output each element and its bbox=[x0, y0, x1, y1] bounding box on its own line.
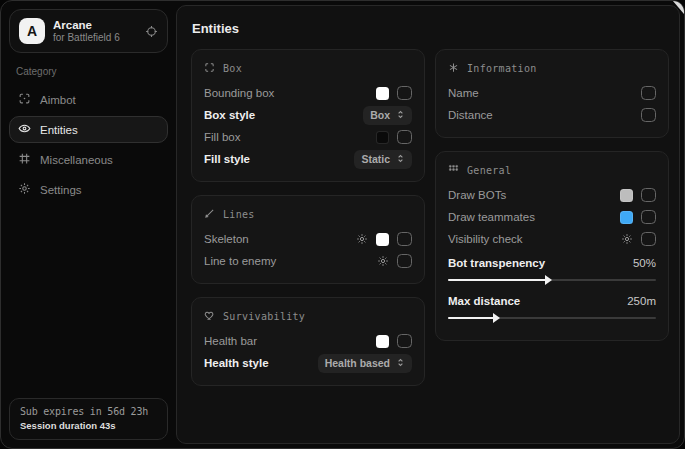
panel-title: Box bbox=[223, 63, 242, 74]
asterisk-icon bbox=[448, 62, 459, 75]
app-name: Arcane bbox=[53, 19, 120, 31]
box-brackets-icon bbox=[204, 62, 215, 75]
sidebar-item-label: Settings bbox=[40, 184, 82, 196]
name-checkbox[interactable] bbox=[641, 86, 656, 100]
subscription-footer: Sub expires in 56d 23h Session duration … bbox=[9, 398, 168, 440]
row-box-style: Box style Box bbox=[204, 104, 412, 126]
row-fill-box: Fill box bbox=[204, 126, 412, 148]
sidebar-item-label: Aimbot bbox=[40, 94, 76, 106]
row-label: Name bbox=[448, 87, 479, 99]
sidebar-item-aimbot[interactable]: Aimbot bbox=[9, 86, 168, 113]
bot-transparency-slider-group: Bot transpenency 50% bbox=[448, 253, 656, 284]
health-bar-checkbox[interactable] bbox=[397, 334, 412, 348]
crosshair-icon[interactable] bbox=[145, 25, 158, 38]
row-bounding-box: Bounding box bbox=[204, 82, 412, 104]
row-draw-teammates: Draw teammates bbox=[448, 206, 656, 228]
category-label: Category bbox=[16, 66, 161, 77]
max-distance-slider[interactable] bbox=[448, 314, 656, 322]
slider-thumb[interactable] bbox=[493, 313, 500, 323]
page-title: Entities bbox=[192, 21, 669, 36]
distance-checkbox[interactable] bbox=[641, 108, 656, 122]
left-column: Box Bounding box Box style Box bbox=[191, 49, 425, 386]
row-draw-bots: Draw BOTs bbox=[448, 184, 656, 206]
row-line-to-enemy: Line to enemy bbox=[204, 250, 412, 272]
sidebar-item-label: Entities bbox=[40, 124, 78, 136]
color-swatch[interactable] bbox=[376, 87, 389, 100]
color-swatch[interactable] bbox=[620, 211, 633, 224]
panel-title: Survivability bbox=[223, 311, 305, 322]
line-to-enemy-checkbox[interactable] bbox=[397, 254, 412, 268]
visibility-check-checkbox[interactable] bbox=[641, 232, 656, 246]
bounding-box-checkbox[interactable] bbox=[397, 86, 412, 100]
slider-fill bbox=[448, 279, 546, 281]
gear-icon bbox=[18, 182, 31, 197]
gear-icon[interactable] bbox=[377, 255, 389, 267]
color-swatch[interactable] bbox=[376, 335, 389, 348]
row-label: Line to enemy bbox=[204, 255, 276, 267]
right-column: Information Name Distance bbox=[435, 49, 669, 386]
heart-icon bbox=[204, 310, 215, 323]
chevron-up-down-icon bbox=[396, 153, 405, 165]
grid-icon bbox=[18, 152, 31, 167]
chevron-up-down-icon bbox=[396, 357, 405, 369]
row-label: Fill box bbox=[204, 131, 240, 143]
panel-box: Box Bounding box Box style Box bbox=[191, 49, 425, 182]
panel-survivability-header: Survivability bbox=[204, 310, 412, 323]
row-label: Box style bbox=[204, 109, 255, 121]
app-subtitle: for Battlefield 6 bbox=[53, 32, 120, 43]
row-label: Draw teammates bbox=[448, 211, 535, 223]
panel-lines: Lines Skeleton Line to enemy bbox=[191, 195, 425, 284]
fill-style-dropdown[interactable]: Static bbox=[354, 150, 412, 169]
pencil-line-icon bbox=[204, 208, 215, 221]
profile-meta: Arcane for Battlefield 6 bbox=[53, 19, 120, 43]
panel-box-header: Box bbox=[204, 62, 412, 75]
slider-value: 50% bbox=[633, 257, 656, 269]
sub-expiry-text: Sub expires in 56d 23h bbox=[20, 406, 157, 417]
sidebar-item-label: Miscellaneous bbox=[40, 154, 113, 166]
box-style-dropdown[interactable]: Box bbox=[363, 106, 412, 125]
slider-value: 250m bbox=[627, 295, 656, 307]
app-window: A Arcane for Battlefield 6 Category Aimb… bbox=[0, 0, 685, 449]
sidebar-nav: Aimbot Entities Miscellaneous Settings bbox=[9, 86, 168, 203]
slider-fill bbox=[448, 317, 494, 319]
health-style-dropdown[interactable]: Health based bbox=[318, 354, 412, 373]
row-label: Health bar bbox=[204, 335, 257, 347]
panel-title: Lines bbox=[223, 209, 255, 220]
slider-thumb[interactable] bbox=[545, 275, 552, 285]
panel-title: Information bbox=[467, 63, 537, 74]
color-swatch[interactable] bbox=[376, 131, 389, 144]
row-label: Draw BOTs bbox=[448, 189, 506, 201]
row-name: Name bbox=[448, 82, 656, 104]
panel-information-header: Information bbox=[448, 62, 656, 75]
row-distance: Distance bbox=[448, 104, 656, 126]
skeleton-checkbox[interactable] bbox=[397, 232, 412, 246]
panel-general: General Draw BOTs Draw teammates bbox=[435, 151, 669, 341]
row-label: Bounding box bbox=[204, 87, 274, 99]
chevron-up-down-icon bbox=[396, 109, 405, 121]
sidebar-item-miscellaneous[interactable]: Miscellaneous bbox=[9, 146, 168, 173]
draw-teammates-checkbox[interactable] bbox=[641, 210, 656, 224]
grid-dots-icon bbox=[448, 164, 459, 177]
color-swatch[interactable] bbox=[620, 189, 633, 202]
sidebar-item-entities[interactable]: Entities bbox=[9, 116, 168, 143]
row-health-bar: Health bar bbox=[204, 330, 412, 352]
panel-title: General bbox=[467, 165, 511, 176]
row-label: Fill style bbox=[204, 153, 250, 165]
row-fill-style: Fill style Static bbox=[204, 148, 412, 170]
row-health-style: Health style Health based bbox=[204, 352, 412, 374]
max-distance-slider-group: Max distance 250m bbox=[448, 291, 656, 322]
sidebar-item-settings[interactable]: Settings bbox=[9, 176, 168, 203]
gear-icon[interactable] bbox=[356, 233, 368, 245]
dropdown-value: Health based bbox=[325, 357, 390, 369]
bot-transparency-slider[interactable] bbox=[448, 276, 656, 284]
fill-box-checkbox[interactable] bbox=[397, 130, 412, 144]
draw-bots-checkbox[interactable] bbox=[641, 188, 656, 202]
app-logo: A bbox=[19, 18, 45, 44]
panel-lines-header: Lines bbox=[204, 208, 412, 221]
color-swatch[interactable] bbox=[376, 233, 389, 246]
gear-icon[interactable] bbox=[621, 233, 633, 245]
panel-information: Information Name Distance bbox=[435, 49, 669, 138]
profile-card: A Arcane for Battlefield 6 bbox=[9, 9, 168, 53]
panel-general-header: General bbox=[448, 164, 656, 177]
eye-icon bbox=[18, 122, 31, 137]
